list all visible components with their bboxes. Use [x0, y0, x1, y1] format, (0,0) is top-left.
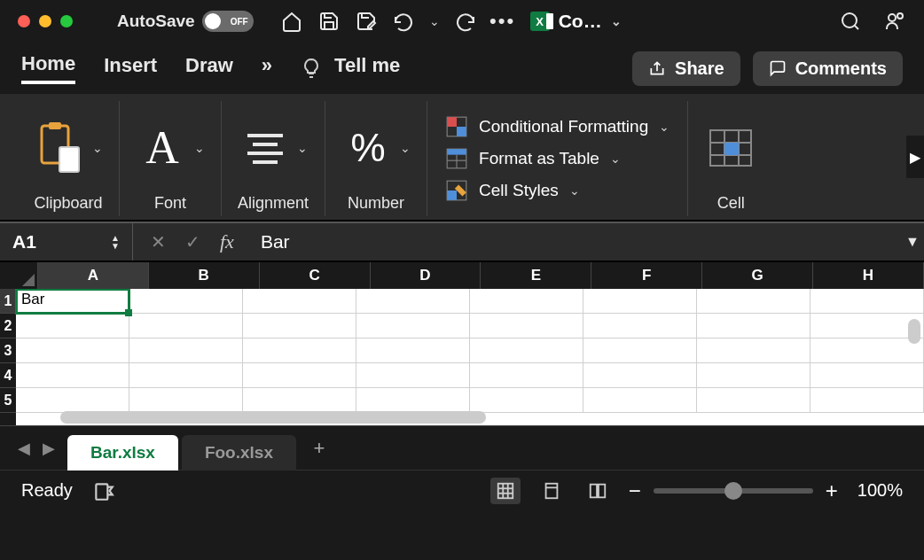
- sheet-nav-prev[interactable]: ◀: [18, 439, 30, 458]
- sheet-tab-active[interactable]: Bar.xlsx: [67, 435, 178, 471]
- formula-bar-expand[interactable]: ▼: [901, 234, 924, 250]
- cancel-formula-icon[interactable]: ✕: [151, 231, 166, 253]
- cell[interactable]: [583, 388, 697, 413]
- row-header-1[interactable]: 1: [0, 289, 16, 314]
- alignment-icon[interactable]: [239, 121, 292, 175]
- autosave-toggle[interactable]: AutoSave OFF: [117, 11, 254, 32]
- conditional-formatting-button[interactable]: Conditional Formatting ⌄: [445, 115, 670, 138]
- cell[interactable]: [810, 338, 924, 363]
- clipboard-icon[interactable]: [34, 121, 87, 175]
- font-dropdown[interactable]: ⌄: [194, 141, 205, 155]
- add-sheet-button[interactable]: +: [300, 437, 339, 460]
- cell-icon[interactable]: [704, 121, 757, 175]
- cell[interactable]: [697, 363, 810, 388]
- zoom-in-button[interactable]: +: [826, 478, 838, 503]
- select-all-corner[interactable]: [0, 262, 38, 289]
- cell[interactable]: [356, 338, 470, 363]
- cell[interactable]: [583, 314, 697, 338]
- zoom-slider[interactable]: [654, 488, 813, 494]
- font-icon[interactable]: A: [136, 121, 189, 175]
- cell[interactable]: [129, 289, 243, 314]
- cell[interactable]: [129, 388, 243, 413]
- cell[interactable]: [16, 388, 129, 413]
- toggle-switch[interactable]: OFF: [202, 11, 254, 32]
- cell[interactable]: [356, 388, 470, 413]
- cell[interactable]: [470, 388, 583, 413]
- accessibility-icon[interactable]: [92, 479, 115, 502]
- vertical-scrollbar[interactable]: [908, 319, 920, 344]
- column-header-d[interactable]: D: [371, 262, 482, 289]
- cell[interactable]: [810, 314, 924, 338]
- cell[interactable]: [356, 363, 470, 388]
- clipboard-dropdown[interactable]: ⌄: [92, 141, 103, 155]
- cell[interactable]: [16, 314, 129, 338]
- cell[interactable]: [697, 289, 810, 314]
- row-header-4[interactable]: 4: [0, 363, 16, 388]
- chevron-down-icon[interactable]: ⌄: [611, 14, 622, 28]
- cell[interactable]: [697, 314, 810, 338]
- cell-styles-button[interactable]: Cell Styles ⌄: [445, 179, 670, 202]
- name-box-stepper[interactable]: ▲▼: [111, 234, 120, 250]
- row-header-2[interactable]: 2: [0, 314, 16, 338]
- column-header-h[interactable]: H: [813, 262, 924, 289]
- cell[interactable]: [243, 314, 356, 338]
- cell[interactable]: [243, 289, 356, 314]
- formula-input[interactable]: [252, 223, 901, 261]
- undo-icon[interactable]: [392, 10, 415, 33]
- cell[interactable]: [16, 363, 129, 388]
- view-normal-button[interactable]: [490, 478, 521, 504]
- save-edit-icon[interactable]: [355, 10, 378, 33]
- cell[interactable]: [583, 289, 697, 314]
- view-page-break-button[interactable]: [583, 478, 613, 504]
- name-box[interactable]: A1 ▲▼: [0, 223, 133, 261]
- tab-home[interactable]: Home: [21, 52, 75, 84]
- cell[interactable]: [583, 363, 697, 388]
- cell[interactable]: [356, 314, 470, 338]
- maximize-window-button[interactable]: [60, 15, 73, 27]
- format-as-table-button[interactable]: Format as Table ⌄: [445, 147, 670, 170]
- cell[interactable]: [697, 338, 810, 363]
- tab-insert[interactable]: Insert: [104, 54, 157, 82]
- row-header-3[interactable]: 3: [0, 338, 16, 363]
- column-header-e[interactable]: E: [481, 262, 591, 289]
- column-header-g[interactable]: G: [702, 262, 813, 289]
- cell[interactable]: [243, 338, 356, 363]
- save-icon[interactable]: [317, 10, 341, 33]
- cell[interactable]: [470, 314, 583, 338]
- minimize-window-button[interactable]: [39, 15, 51, 27]
- redo-icon[interactable]: [454, 10, 477, 33]
- home-icon[interactable]: [280, 10, 303, 33]
- cell[interactable]: [810, 289, 924, 314]
- cell[interactable]: [356, 289, 470, 314]
- row-header-5[interactable]: 5: [0, 388, 16, 413]
- zoom-percentage[interactable]: 100%: [857, 480, 903, 501]
- user-presence-icon[interactable]: [883, 10, 906, 33]
- fx-icon[interactable]: fx: [220, 230, 234, 253]
- undo-dropdown[interactable]: ⌄: [429, 14, 440, 28]
- share-button[interactable]: Share: [632, 51, 740, 86]
- cell[interactable]: [243, 388, 356, 413]
- cells-area[interactable]: Bar: [16, 289, 924, 425]
- document-title[interactable]: X Co… ⌄: [530, 11, 622, 32]
- cell[interactable]: [583, 338, 697, 363]
- tell-me-search[interactable]: Tell me: [334, 54, 400, 82]
- horizontal-scrollbar[interactable]: [60, 411, 486, 424]
- alignment-dropdown[interactable]: ⌄: [297, 141, 308, 155]
- column-header-a[interactable]: A: [38, 262, 149, 289]
- cell[interactable]: [697, 388, 810, 413]
- column-header-b[interactable]: B: [149, 262, 260, 289]
- cell[interactable]: [470, 338, 583, 363]
- number-icon[interactable]: %: [341, 121, 395, 175]
- search-icon[interactable]: [839, 10, 862, 33]
- cell[interactable]: [470, 363, 583, 388]
- column-header-c[interactable]: C: [260, 262, 371, 289]
- column-header-f[interactable]: F: [591, 262, 702, 289]
- comments-button[interactable]: Comments: [753, 51, 903, 86]
- view-page-layout-button[interactable]: [536, 478, 567, 504]
- sheet-nav-next[interactable]: ▶: [43, 439, 55, 458]
- cell[interactable]: [810, 363, 924, 388]
- number-dropdown[interactable]: ⌄: [400, 141, 411, 155]
- ribbon-expand-button[interactable]: ▶: [906, 136, 924, 178]
- cell[interactable]: [810, 388, 924, 413]
- cell-a1[interactable]: Bar: [16, 289, 129, 314]
